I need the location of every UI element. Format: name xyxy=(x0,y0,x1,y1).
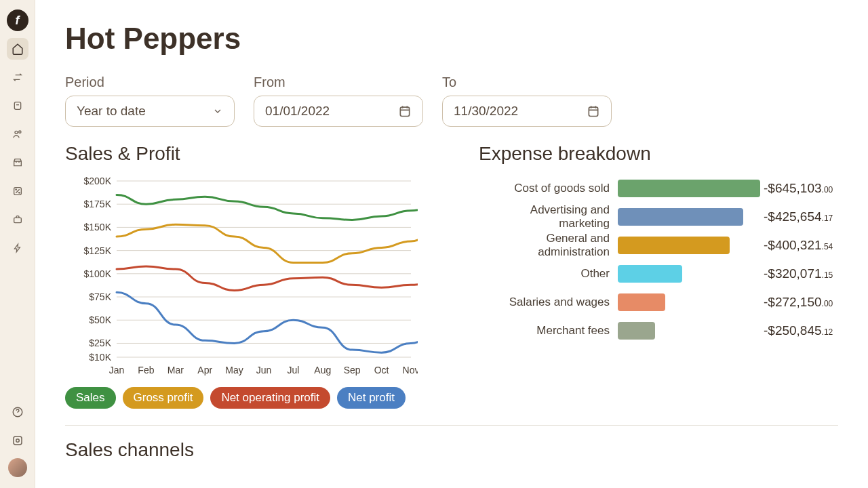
bolt-icon xyxy=(13,243,22,253)
sales-channels-title: Sales channels xyxy=(65,439,838,461)
to-label: To xyxy=(442,75,612,90)
expense-bar xyxy=(618,180,760,197)
svg-text:$50K: $50K xyxy=(89,314,111,325)
svg-text:Nov: Nov xyxy=(403,365,418,375)
svg-rect-8 xyxy=(14,436,22,445)
expense-bar xyxy=(618,293,665,311)
svg-text:$100K: $100K xyxy=(84,268,112,279)
expense-bar xyxy=(618,208,743,226)
svg-text:May: May xyxy=(225,365,243,375)
expense-row: General and administration -$400,321.54 xyxy=(479,231,838,260)
period-label: Period xyxy=(65,75,235,90)
period-select[interactable]: Year to date xyxy=(65,96,235,127)
svg-point-5 xyxy=(18,192,19,193)
expense-chart: Cost of goods sold -$645,103.00 Advertis… xyxy=(479,174,838,345)
page-title: Hot Peppers xyxy=(65,22,838,56)
expense-row: Other -$320,071.15 xyxy=(479,260,838,288)
svg-point-1 xyxy=(15,131,18,134)
svg-text:Jun: Jun xyxy=(256,365,272,375)
svg-point-9 xyxy=(16,439,19,443)
legend-sales[interactable]: Sales xyxy=(65,387,116,409)
legend-net-operating-profit[interactable]: Net operating profit xyxy=(210,387,330,409)
transfer-icon xyxy=(12,72,23,83)
settings-icon xyxy=(12,434,24,447)
nav-users[interactable] xyxy=(7,123,28,145)
nav-bolt[interactable] xyxy=(7,237,28,259)
to-date-input[interactable]: 11/30/2022 xyxy=(442,96,612,127)
chart-legend: Sales Gross profit Net operating profit … xyxy=(65,387,445,409)
sidebar: f xyxy=(0,0,35,488)
briefcase-icon xyxy=(12,214,23,225)
svg-text:Apr: Apr xyxy=(197,365,212,375)
svg-text:Jan: Jan xyxy=(109,365,125,375)
from-date-value: 01/01/2022 xyxy=(265,104,330,119)
svg-text:$125K: $125K xyxy=(84,245,112,256)
expense-label: Salaries and wages xyxy=(479,296,618,309)
expense-label: Advertising and marketing xyxy=(479,203,618,230)
app-logo[interactable]: f xyxy=(7,9,28,31)
expense-label: Cost of goods sold xyxy=(479,182,618,195)
svg-text:Feb: Feb xyxy=(138,365,154,375)
expense-bar xyxy=(618,322,655,340)
expense-row: Salaries and wages -$272,150.00 xyxy=(479,288,838,317)
svg-text:$150K: $150K xyxy=(84,222,112,232)
expense-bar xyxy=(618,265,682,283)
nav-transfer[interactable] xyxy=(7,66,28,88)
svg-text:Sep: Sep xyxy=(344,365,361,375)
users-icon xyxy=(12,129,23,140)
expense-bar xyxy=(618,237,730,254)
expense-row: Cost of goods sold -$645,103.00 xyxy=(479,174,838,203)
from-label: From xyxy=(254,75,423,90)
calendar-icon xyxy=(587,104,600,118)
svg-text:$175K: $175K xyxy=(84,199,112,209)
expense-row: Merchant fees -$250,845.12 xyxy=(479,317,838,345)
user-avatar[interactable] xyxy=(8,458,27,477)
svg-point-2 xyxy=(18,131,20,133)
percent-icon xyxy=(12,186,23,197)
from-date-input[interactable]: 01/01/2022 xyxy=(254,96,423,127)
sales-profit-title: Sales & Profit xyxy=(65,143,445,165)
svg-rect-10 xyxy=(400,107,409,116)
expense-value: -$320,071.15 xyxy=(764,266,833,281)
expense-value: -$645,103.00 xyxy=(764,181,833,196)
expense-value: -$425,654.17 xyxy=(764,209,833,224)
nav-note[interactable] xyxy=(7,95,28,117)
expense-label: Merchant fees xyxy=(479,324,618,338)
period-value: Year to date xyxy=(77,104,146,119)
svg-text:Aug: Aug xyxy=(314,365,331,375)
nav-percent[interactable] xyxy=(7,180,28,202)
main-content: Hot Peppers Period Year to date From 01/… xyxy=(35,0,868,488)
svg-rect-11 xyxy=(589,107,597,116)
sales-profit-chart: $200K$175K$150K$125K$100K$75K$50K$25K$10… xyxy=(65,174,445,378)
nav-store[interactable] xyxy=(7,152,28,174)
expense-label: General and administration xyxy=(479,232,618,259)
nav-briefcase[interactable] xyxy=(7,209,28,230)
divider xyxy=(65,425,838,426)
svg-rect-0 xyxy=(14,102,20,110)
nav-settings[interactable] xyxy=(7,430,28,451)
expense-value: -$250,845.12 xyxy=(764,323,833,338)
legend-net-profit[interactable]: Net profit xyxy=(337,387,406,409)
svg-text:$10K: $10K xyxy=(89,352,111,363)
expense-value: -$400,321.54 xyxy=(764,238,833,253)
nav-help[interactable] xyxy=(7,401,28,423)
svg-point-4 xyxy=(16,189,16,190)
to-date-value: 11/30/2022 xyxy=(454,104,518,119)
chevron-down-icon xyxy=(212,106,223,117)
svg-text:Oct: Oct xyxy=(374,365,389,375)
expense-label: Other xyxy=(479,267,618,281)
store-icon xyxy=(12,157,23,168)
svg-rect-6 xyxy=(14,218,21,222)
home-icon xyxy=(12,43,24,55)
expense-breakdown-title: Expense breakdown xyxy=(479,143,838,165)
legend-gross-profit[interactable]: Gross profit xyxy=(123,387,204,409)
nav-home[interactable] xyxy=(7,38,28,60)
note-icon xyxy=(12,100,23,111)
expense-row: Advertising and marketing -$425,654.17 xyxy=(479,203,838,231)
calendar-icon xyxy=(398,104,412,118)
filter-bar: Period Year to date From 01/01/2022 To 1… xyxy=(65,75,838,127)
svg-text:$25K: $25K xyxy=(89,338,111,348)
expense-value: -$272,150.00 xyxy=(764,295,833,310)
help-icon xyxy=(12,406,24,418)
svg-text:Mar: Mar xyxy=(167,365,184,375)
